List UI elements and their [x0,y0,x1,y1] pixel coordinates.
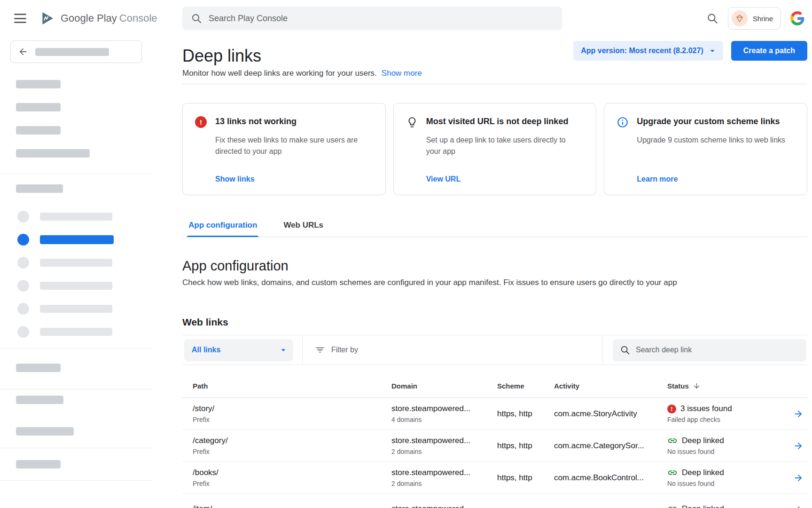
skeleton-bar [40,305,112,313]
activity-cell: com.acme.CategorySor... [554,441,667,451]
view-url-link[interactable]: View URL [426,175,584,183]
sidebar [0,37,152,508]
skeleton-bar [16,427,74,436]
arrow-back-icon [18,47,28,57]
web-links-title: Web links [182,316,807,328]
deep-link-search[interactable] [613,339,806,361]
sidebar-item[interactable] [17,211,152,222]
play-console-app: Google PlayConsole Shrine [0,0,812,508]
error-icon [195,116,207,128]
skeleton-bar [40,282,112,290]
sidebar-item[interactable] [17,303,152,315]
show-links-link[interactable]: Show links [215,175,373,183]
sort-descending-icon [693,382,701,390]
divider [0,480,152,481]
insight-card-links-not-working: 13 links not working Fix these web links… [182,103,386,195]
open-row-arrow[interactable] [777,505,804,508]
diamond-icon [735,14,744,23]
app-name-label: Shrine [753,15,773,23]
info-icon [617,116,629,183]
open-row-arrow[interactable] [777,473,804,483]
activity-cell: com.acme.BookControl... [554,473,667,483]
deep-link-search-input[interactable] [636,346,799,354]
path-cell: /item/ [193,504,391,508]
topbar-actions: Shrine [706,0,804,37]
item-icon-placeholder [17,326,29,338]
learn-more-link[interactable]: Learn more [637,175,795,183]
table-row[interactable]: /category/ Prefix store.steampowered... … [182,430,807,462]
skeleton-bar [40,213,112,221]
app-switcher-chip[interactable]: Shrine [728,7,781,30]
skeleton-bar [40,328,112,336]
filter-icon [315,345,325,355]
hamburger-menu-button[interactable] [14,14,26,23]
sidebar-item[interactable] [17,280,152,292]
section-description: Check how web links, domains, and custom… [182,278,807,288]
app-avatar [732,10,748,26]
logo-text: Google PlayConsole [61,12,157,24]
sidebar-item[interactable] [17,326,152,338]
play-console-logo[interactable]: Google PlayConsole [39,0,157,37]
domain-cell: store.steampowered... 4 domains [391,404,497,424]
page-subtitle: Monitor how well deep links are working … [182,69,377,78]
divider [602,335,603,365]
domain-cell: store.steampowered... [391,504,497,508]
status-cell: 3 issues found Failed app checks [667,404,777,424]
column-header-activity: Activity [554,382,667,390]
section-title: App configuration [182,258,807,274]
skeleton-bar [16,184,63,193]
insight-cards: 13 links not working Fix these web links… [182,103,807,195]
tab-web-urls[interactable]: Web URLs [277,221,329,237]
scheme-cell: https, http [497,441,554,451]
main-content: App version: Most recent (8.2.027) Creat… [182,37,807,508]
tab-app-configuration[interactable]: App configuration [182,221,263,237]
link-icon [667,436,678,446]
skeleton-bar [40,235,114,244]
global-search[interactable] [182,7,562,30]
skeleton-bar [16,80,61,88]
create-patch-button[interactable]: Create a patch [731,41,807,61]
sidebar-item-selected[interactable] [17,234,152,246]
open-row-arrow[interactable] [777,441,804,451]
divider [0,174,152,174]
activity-cell: com.acme.StoryActivity [554,409,667,419]
item-icon-placeholder [17,211,29,222]
global-search-input[interactable] [209,14,554,24]
scheme-cell: https, http [497,473,554,483]
chevron-down-icon [707,46,718,56]
domain-cell: store.steampowered... 2 domains [391,436,497,456]
skeleton-bar [16,149,90,158]
topbar: Google PlayConsole Shrine [0,0,812,37]
path-cell: /category/ Prefix [193,436,391,456]
show-more-link[interactable]: Show more [382,69,422,78]
divider [302,335,303,365]
filter-by-label: Filter by [331,346,358,354]
web-links-toolbar: All links Filter by [182,335,807,365]
column-header-domain: Domain [391,382,497,390]
divider [0,448,152,448]
sidebar-item[interactable] [17,257,152,269]
play-console-logo-icon [39,10,55,26]
column-header-path: Path [193,382,391,390]
column-header-scheme: Scheme [497,382,554,390]
path-cell: /books/ Prefix [193,468,391,488]
skeleton-bar [35,48,109,56]
chevron-down-icon [278,345,289,355]
links-filter-dropdown[interactable]: All links [184,339,293,361]
back-button[interactable] [10,40,142,63]
card-title: Upgrade your custom scheme links [637,116,795,127]
open-row-arrow[interactable] [777,409,804,419]
app-version-dropdown[interactable]: App version: Most recent (8.2.027) [573,41,723,61]
skeleton-bar [16,364,61,372]
status-cell: Deep linked No issues found [667,436,777,456]
table-row[interactable]: /books/ Prefix store.steampowered... 2 d… [182,462,807,494]
page-actions: App version: Most recent (8.2.027) Creat… [573,41,807,61]
table-row[interactable]: /story/ Prefix store.steampowered... 4 d… [182,398,807,430]
app-version-label: App version: Most recent (8.2.027) [581,47,703,55]
search-icon[interactable] [706,12,718,24]
column-header-status[interactable]: Status [667,382,777,390]
filter-by-button[interactable]: Filter by [315,345,358,355]
table-row[interactable]: /item/ store.steampowered... Deep linked [182,494,807,508]
link-icon [667,504,678,508]
card-body: Upgrade 9 custom scheme links to web lin… [637,135,792,146]
